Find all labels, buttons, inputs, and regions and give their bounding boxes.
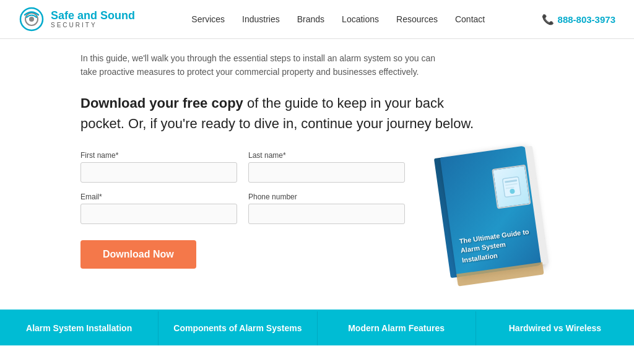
form-book-wrapper: First name* Last name* Email* Phone numb… [80, 151, 554, 275]
logo-text: Safe and Sound SECURITY [51, 10, 135, 29]
phone-number: 888-803-3973 [558, 14, 615, 25]
nav-resources[interactable]: Resources [396, 14, 438, 24]
first-name-label: First name* [80, 151, 237, 160]
main-nav: Services Industries Brands Locations Res… [191, 14, 485, 24]
form-area: First name* Last name* Email* Phone numb… [80, 151, 405, 269]
form-field-firstname: First name* [80, 151, 237, 183]
headline-bold: Download your free copy [80, 95, 243, 111]
nav-industries[interactable]: Industries [242, 14, 280, 24]
email-input[interactable] [80, 204, 237, 224]
form-row-names: First name* Last name* [80, 151, 405, 183]
logo-name-top: Safe and Sound [51, 10, 135, 22]
first-name-input[interactable] [80, 162, 237, 183]
svg-rect-3 [502, 176, 521, 197]
download-now-button[interactable]: Download Now [80, 240, 196, 269]
bottom-card-1[interactable]: Components of Alarm Systems [158, 311, 317, 346]
logo-name-bottom: SECURITY [51, 22, 135, 28]
book-visual: The Ultimate Guide to Alarm System Insta… [434, 145, 549, 281]
book-area: The Ultimate Guide to Alarm System Insta… [430, 151, 554, 275]
phone-label: Phone number [248, 193, 405, 201]
nav-services[interactable]: Services [191, 14, 225, 24]
nav-contact[interactable]: Contact [455, 14, 485, 24]
intro-text: In this guide, we'll walk you through th… [80, 51, 452, 79]
email-label: Email* [80, 193, 237, 201]
form-field-email: Email* [80, 193, 237, 224]
last-name-label: Last name* [248, 151, 405, 160]
nav-brands[interactable]: Brands [297, 14, 324, 24]
svg-point-2 [29, 17, 34, 22]
book-tablet [492, 164, 531, 209]
nav-locations[interactable]: Locations [342, 14, 379, 24]
last-name-input[interactable] [248, 162, 405, 183]
book-title: The Ultimate Guide to Alarm System Insta… [459, 227, 535, 265]
form-row-contact: Email* Phone number [80, 193, 405, 224]
phone-area: 📞 888-803-3973 [542, 14, 615, 25]
bottom-card-2[interactable]: Modern Alarm Features [318, 311, 476, 346]
bottom-cards: Alarm System Installation Components of … [0, 310, 634, 346]
logo[interactable]: Safe and Sound SECURITY [19, 6, 135, 32]
form-field-lastname: Last name* [248, 151, 405, 183]
header: Safe and Sound SECURITY Services Industr… [0, 0, 634, 39]
phone-input[interactable] [248, 204, 405, 224]
form-field-phone: Phone number [248, 193, 405, 224]
bottom-card-0[interactable]: Alarm System Installation [0, 311, 158, 346]
bottom-card-3[interactable]: Hardwired vs Wireless [476, 311, 634, 346]
main-content: In this guide, we'll walk you through th… [0, 39, 634, 287]
phone-icon: 📞 [542, 14, 554, 25]
logo-icon [19, 6, 45, 32]
book-tablet-screen [493, 166, 529, 208]
headline: Download your free copy of the guide to … [80, 93, 477, 134]
